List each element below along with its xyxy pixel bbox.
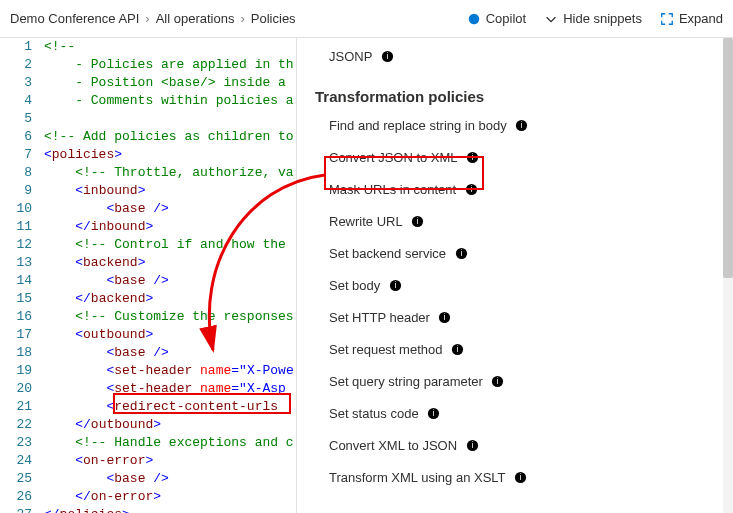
info-icon[interactable]: i [515, 118, 529, 132]
code-editor[interactable]: 1234567891011121314151617181920212223242… [0, 38, 297, 513]
code-line[interactable]: </inbound> [44, 218, 294, 236]
copilot-button[interactable]: Copilot [467, 11, 526, 26]
code-line[interactable]: <on-error> [44, 452, 294, 470]
policy-item[interactable]: Convert JSON to XMLi [329, 141, 719, 173]
code-line[interactable]: <set-header name="X-Powe [44, 362, 294, 380]
line-number: 18 [0, 344, 32, 362]
info-icon[interactable]: i [427, 406, 441, 420]
code-line[interactable]: <base /> [44, 470, 294, 488]
svg-text:i: i [460, 248, 462, 258]
policy-item[interactable]: Set request methodi [329, 333, 719, 365]
policy-item[interactable]: Set bodyi [329, 269, 719, 301]
code-line[interactable]: - Comments within policies a [44, 92, 294, 110]
line-number: 17 [0, 326, 32, 344]
code-line[interactable]: </on-error> [44, 488, 294, 506]
hide-snippets-button[interactable]: Hide snippets [544, 11, 642, 26]
breadcrumb-item[interactable]: Policies [251, 11, 296, 26]
line-number: 2 [0, 56, 32, 74]
line-number: 12 [0, 236, 32, 254]
code-line[interactable]: <redirect-content-urls [44, 398, 294, 416]
policy-label: JSONP [329, 49, 372, 64]
header-actions: Copilot Hide snippets Expand [467, 11, 723, 26]
code-line[interactable]: <inbound> [44, 182, 294, 200]
line-number: 26 [0, 488, 32, 506]
svg-text:i: i [472, 152, 474, 162]
expand-button[interactable]: Expand [660, 11, 723, 26]
code-line[interactable]: <!-- Handle exceptions and c [44, 434, 294, 452]
policy-item[interactable]: Mask URLs in contenti [329, 173, 719, 205]
svg-text:i: i [520, 472, 522, 482]
section-title: Transformation policies [315, 88, 719, 105]
code-line[interactable]: <backend> [44, 254, 294, 272]
line-number: 3 [0, 74, 32, 92]
info-icon[interactable]: i [380, 49, 394, 63]
code-line[interactable]: </outbound> [44, 416, 294, 434]
breadcrumb-item[interactable]: All operations [156, 11, 235, 26]
policy-item-jsonp[interactable]: JSONP i [329, 40, 719, 72]
code-line[interactable]: <set-header name="X-Asp [44, 380, 294, 398]
code-line[interactable]: <!-- Throttle, authorize, va [44, 164, 294, 182]
svg-text:i: i [394, 280, 396, 290]
code-line[interactable]: <!-- Customize the responses [44, 308, 294, 326]
line-number: 15 [0, 290, 32, 308]
code-line[interactable]: - Position <base/> inside a [44, 74, 294, 92]
copilot-icon [467, 12, 481, 26]
svg-text:i: i [470, 184, 472, 194]
policy-item[interactable]: Set HTTP headeri [329, 301, 719, 333]
line-number: 25 [0, 470, 32, 488]
policy-label: Rewrite URL [329, 214, 403, 229]
code-line[interactable]: <!-- Control if and how the [44, 236, 294, 254]
line-number: 1 [0, 38, 32, 56]
code-line[interactable]: <base /> [44, 200, 294, 218]
code-line[interactable]: <!-- Add policies as children to [44, 128, 294, 146]
info-icon[interactable]: i [465, 438, 479, 452]
policy-item[interactable]: Rewrite URLi [329, 205, 719, 237]
code-line[interactable]: <outbound> [44, 326, 294, 344]
breadcrumb-item[interactable]: Demo Conference API [10, 11, 139, 26]
info-icon[interactable]: i [464, 182, 478, 196]
line-number: 5 [0, 110, 32, 128]
policy-item[interactable]: Set query string parameteri [329, 365, 719, 397]
code-line[interactable]: - Policies are applied in th [44, 56, 294, 74]
code-line[interactable] [44, 110, 294, 128]
hide-snippets-label: Hide snippets [563, 11, 642, 26]
svg-text:i: i [471, 440, 473, 450]
policy-item[interactable]: Find and replace string in bodyi [329, 109, 719, 141]
line-number: 10 [0, 200, 32, 218]
info-icon[interactable]: i [411, 214, 425, 228]
policy-item[interactable]: Set backend servicei [329, 237, 719, 269]
scrollbar-thumb[interactable] [723, 38, 733, 278]
policy-label: Set HTTP header [329, 310, 430, 325]
code-line[interactable]: </backend> [44, 290, 294, 308]
breadcrumb: Demo Conference API › All operations › P… [10, 11, 467, 26]
line-number: 27 [0, 506, 32, 513]
info-icon[interactable]: i [466, 150, 480, 164]
info-icon[interactable]: i [388, 278, 402, 292]
svg-text:i: i [457, 344, 459, 354]
line-number: 24 [0, 452, 32, 470]
policy-item[interactable]: Transform XML using an XSLTi [329, 461, 719, 493]
policy-item[interactable]: Convert XML to JSONi [329, 429, 719, 461]
policy-panel: JSONP i Transformation policies Find and… [297, 38, 733, 513]
code-content[interactable]: <!-- - Policies are applied in th - Posi… [40, 38, 294, 513]
code-line[interactable]: <base /> [44, 272, 294, 290]
policy-list: Find and replace string in bodyiConvert … [315, 109, 719, 493]
policy-label: Convert JSON to XML [329, 150, 458, 165]
info-icon[interactable]: i [514, 470, 528, 484]
info-icon[interactable]: i [491, 374, 505, 388]
info-icon[interactable]: i [454, 246, 468, 260]
code-line[interactable]: </policies> [44, 506, 294, 513]
chevron-right-icon: › [145, 11, 149, 26]
code-line[interactable]: <!-- [44, 38, 294, 56]
policy-label: Set query string parameter [329, 374, 483, 389]
policy-label: Find and replace string in body [329, 118, 507, 133]
code-line[interactable]: <base /> [44, 344, 294, 362]
policy-item[interactable]: Set status codei [329, 397, 719, 429]
main-area: 1234567891011121314151617181920212223242… [0, 38, 733, 513]
policy-label: Set body [329, 278, 380, 293]
info-icon[interactable]: i [438, 310, 452, 324]
info-icon[interactable]: i [450, 342, 464, 356]
line-number: 21 [0, 398, 32, 416]
svg-text:i: i [521, 120, 523, 130]
code-line[interactable]: <policies> [44, 146, 294, 164]
